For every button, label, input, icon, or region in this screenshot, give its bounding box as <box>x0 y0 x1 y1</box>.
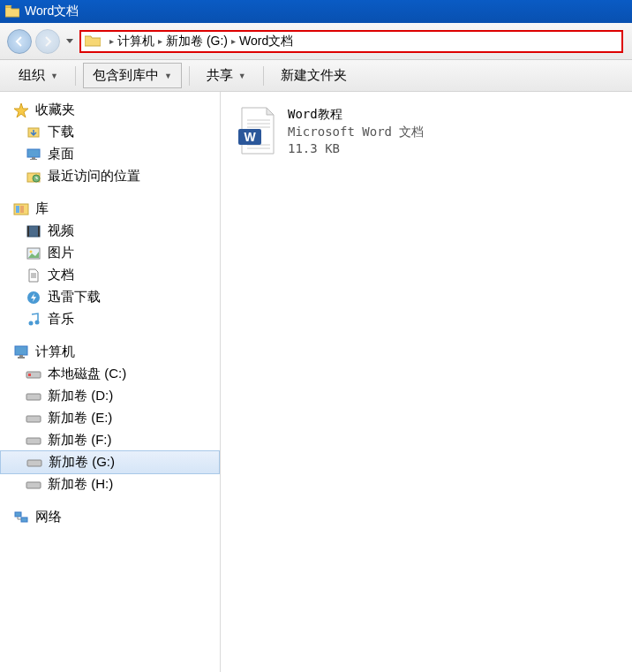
document-icon <box>25 268 42 283</box>
drive-icon <box>26 455 43 471</box>
svg-rect-28 <box>21 517 27 522</box>
sidebar-item-label: 桌面 <box>48 146 74 162</box>
titlebar: Word文档 <box>0 0 632 23</box>
sidebar-item-videos[interactable]: 视频 <box>0 220 220 242</box>
divider <box>189 66 190 86</box>
sidebar-item-network[interactable]: 网络 <box>0 506 220 528</box>
drive-icon <box>25 366 42 382</box>
back-button[interactable] <box>7 29 32 54</box>
divider <box>263 66 264 86</box>
sidebar-item-recent[interactable]: 最近访问的位置 <box>0 165 220 187</box>
share-button[interactable]: 共享 ▼ <box>197 63 256 88</box>
folder-icon <box>85 34 101 49</box>
sidebar-item-drive-d[interactable]: 新加卷 (D:) <box>0 385 220 407</box>
svg-rect-11 <box>38 226 40 237</box>
network-group: 网络 <box>0 506 220 528</box>
svg-text:W: W <box>244 130 256 144</box>
new-folder-label: 新建文件夹 <box>281 67 347 84</box>
network-icon <box>12 510 30 525</box>
file-list: W Word教程 Microsoft Word 文档 11.3 KB <box>221 92 632 672</box>
sidebar-item-label: 新加卷 (H:) <box>48 476 113 493</box>
organize-button[interactable]: 组织 ▼ <box>9 63 68 88</box>
sidebar-item-pictures[interactable]: 图片 <box>0 242 220 264</box>
chevron-down-icon: ▼ <box>50 72 58 80</box>
forward-button[interactable] <box>35 29 60 54</box>
new-folder-button[interactable]: 新建文件夹 <box>271 63 357 88</box>
svg-rect-26 <box>26 482 41 488</box>
chevron-right-icon: ▸ <box>109 36 114 46</box>
chevron-right-icon: ▸ <box>231 36 236 46</box>
sidebar-item-label: 下载 <box>48 124 74 140</box>
svg-rect-25 <box>27 460 41 466</box>
window-title: Word文档 <box>25 4 79 19</box>
sidebar-item-libraries[interactable]: 库 <box>0 198 220 220</box>
favorites-group: 收藏夹 下载 桌面 最近访问的位置 <box>0 99 220 187</box>
desktop-icon <box>25 147 42 162</box>
drive-icon <box>25 477 42 493</box>
svg-rect-3 <box>30 159 37 160</box>
svg-rect-23 <box>26 416 41 422</box>
thunder-icon <box>25 290 42 306</box>
divider <box>75 66 76 86</box>
favorites-label: 收藏夹 <box>35 102 75 118</box>
file-item[interactable]: W Word教程 Microsoft Word 文档 11.3 KB <box>231 102 621 162</box>
sidebar: 收藏夹 下载 桌面 最近访问的位置 <box>0 92 221 672</box>
svg-rect-21 <box>28 374 31 376</box>
sidebar-item-downloads[interactable]: 下载 <box>0 121 220 143</box>
file-size: 11.3 KB <box>288 140 424 158</box>
include-library-button[interactable]: 包含到库中 ▼ <box>83 63 182 88</box>
sidebar-item-favorites[interactable]: 收藏夹 <box>0 99 220 121</box>
navigation-bar: ▸ 计算机 ▸ 新加卷 (G:) ▸ Word文档 <box>0 23 632 60</box>
history-dropdown[interactable] <box>64 31 76 52</box>
drive-icon <box>25 433 42 449</box>
star-icon <box>12 102 30 118</box>
svg-rect-9 <box>27 226 40 237</box>
folder-icon <box>5 4 19 19</box>
breadcrumb[interactable]: ▸ 计算机 ▸ 新加卷 (G:) ▸ Word文档 <box>79 30 623 53</box>
include-library-label: 包含到库中 <box>93 67 159 84</box>
libraries-group: 库 视频 图片 文档 <box>0 198 220 330</box>
computer-icon <box>12 344 30 360</box>
libraries-label: 库 <box>35 200 49 217</box>
sidebar-item-drive-c[interactable]: 本地磁盘 (C:) <box>0 363 220 385</box>
word-file-icon: W <box>235 106 277 155</box>
sidebar-item-drive-g[interactable]: 新加卷 (G:) <box>0 450 220 474</box>
sidebar-item-computer[interactable]: 计算机 <box>0 341 220 363</box>
sidebar-item-drive-f[interactable]: 新加卷 (F:) <box>0 429 220 451</box>
sidebar-item-label: 新加卷 (G:) <box>49 454 115 471</box>
chevron-right-icon: ▸ <box>158 36 162 46</box>
sidebar-item-label: 新加卷 (F:) <box>48 432 112 449</box>
toolbar: 组织 ▼ 包含到库中 ▼ 共享 ▼ 新建文件夹 <box>0 60 632 92</box>
video-icon <box>25 223 42 239</box>
sidebar-item-label: 视频 <box>48 223 74 239</box>
sidebar-item-label: 最近访问的位置 <box>48 168 140 185</box>
computer-label: 计算机 <box>35 344 75 360</box>
sidebar-item-drive-e[interactable]: 新加卷 (E:) <box>0 407 220 429</box>
sidebar-item-label: 新加卷 (E:) <box>48 410 112 427</box>
sidebar-item-label: 本地磁盘 (C:) <box>48 366 126 382</box>
picture-icon <box>25 245 42 261</box>
sidebar-item-music[interactable]: 音乐 <box>0 308 220 330</box>
sidebar-item-desktop[interactable]: 桌面 <box>0 143 220 165</box>
sidebar-item-label: 音乐 <box>48 311 74 328</box>
svg-rect-1 <box>27 149 40 157</box>
svg-rect-7 <box>16 206 19 213</box>
chevron-down-icon: ▼ <box>164 72 172 80</box>
breadcrumb-item[interactable]: 新加卷 (G:) <box>166 34 228 49</box>
file-name: Word教程 <box>288 106 424 124</box>
sidebar-item-thunder[interactable]: 迅雷下载 <box>0 286 220 308</box>
svg-rect-19 <box>18 357 25 359</box>
organize-label: 组织 <box>19 67 45 84</box>
download-icon <box>25 125 42 140</box>
sidebar-item-label: 新加卷 (D:) <box>48 388 113 404</box>
svg-point-13 <box>30 250 33 253</box>
chevron-down-icon: ▼ <box>238 72 246 80</box>
sidebar-item-documents[interactable]: 文档 <box>0 264 220 286</box>
drive-icon <box>25 389 42 404</box>
breadcrumb-item[interactable]: 计算机 <box>117 34 154 49</box>
breadcrumb-item[interactable]: Word文档 <box>239 34 293 49</box>
sidebar-item-label: 文档 <box>48 267 74 283</box>
sidebar-item-drive-h[interactable]: 新加卷 (H:) <box>0 473 220 495</box>
svg-rect-10 <box>27 226 29 237</box>
recent-icon <box>25 169 42 185</box>
